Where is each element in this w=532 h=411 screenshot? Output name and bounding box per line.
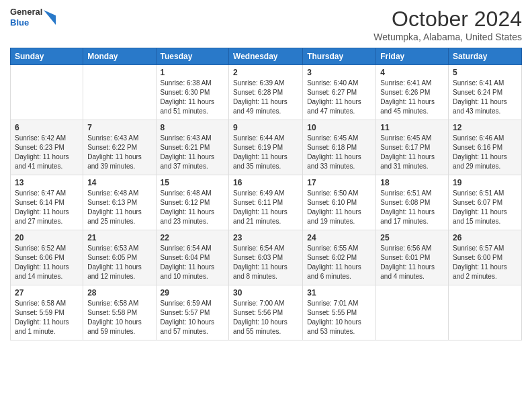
day-info: Sunrise: 6:38 AMSunset: 6:30 PMDaylight:… (161, 79, 225, 116)
day-info: Sunrise: 6:44 AMSunset: 6:19 PMDaylight:… (233, 134, 298, 171)
header: General Blue October 2024 Wetumpka, Alab… (10, 7, 522, 42)
day-info: Sunrise: 6:41 AMSunset: 6:26 PMDaylight:… (380, 79, 444, 116)
day-number: 12 (453, 123, 517, 132)
day-info: Sunrise: 6:51 AMSunset: 6:07 PMDaylight:… (453, 189, 517, 226)
day-cell: 18Sunrise: 6:51 AMSunset: 6:08 PMDayligh… (376, 175, 449, 230)
day-number: 3 (307, 68, 371, 77)
day-number: 27 (15, 288, 79, 298)
day-cell: 26Sunrise: 6:57 AMSunset: 6:00 PMDayligh… (449, 230, 522, 285)
svg-marker-0 (44, 10, 56, 25)
day-cell: 6Sunrise: 6:42 AMSunset: 6:23 PMDaylight… (11, 120, 83, 175)
weekday-header-row: SundayMondayTuesdayWednesdayThursdayFrid… (11, 48, 522, 65)
day-info: Sunrise: 6:43 AMSunset: 6:21 PMDaylight:… (161, 134, 225, 171)
day-cell: 20Sunrise: 6:52 AMSunset: 6:06 PMDayligh… (11, 230, 83, 285)
day-info: Sunrise: 6:40 AMSunset: 6:27 PMDaylight:… (307, 79, 371, 116)
day-cell: 3Sunrise: 6:40 AMSunset: 6:27 PMDaylight… (303, 65, 376, 120)
day-cell: 27Sunrise: 6:58 AMSunset: 5:59 PMDayligh… (11, 285, 83, 340)
day-cell: 21Sunrise: 6:53 AMSunset: 6:05 PMDayligh… (83, 230, 156, 285)
weekday-header-saturday: Saturday (449, 48, 522, 65)
day-cell: 14Sunrise: 6:48 AMSunset: 6:13 PMDayligh… (83, 175, 156, 230)
day-cell: 28Sunrise: 6:58 AMSunset: 5:58 PMDayligh… (83, 285, 156, 340)
day-number: 6 (15, 123, 79, 132)
day-cell: 13Sunrise: 6:47 AMSunset: 6:14 PMDayligh… (11, 175, 83, 230)
day-cell: 23Sunrise: 6:54 AMSunset: 6:03 PMDayligh… (229, 230, 303, 285)
week-row-1: 1Sunrise: 6:38 AMSunset: 6:30 PMDaylight… (11, 65, 522, 120)
day-cell: 2Sunrise: 6:39 AMSunset: 6:28 PMDaylight… (229, 65, 303, 120)
day-number: 9 (233, 123, 298, 132)
day-info: Sunrise: 6:50 AMSunset: 6:10 PMDaylight:… (307, 189, 371, 226)
day-number: 1 (161, 68, 225, 77)
logo-general-text: General (10, 7, 42, 17)
weekday-header-sunday: Sunday (11, 48, 83, 65)
day-cell: 19Sunrise: 6:51 AMSunset: 6:07 PMDayligh… (449, 175, 522, 230)
day-cell: 10Sunrise: 6:45 AMSunset: 6:18 PMDayligh… (303, 120, 376, 175)
day-info: Sunrise: 6:54 AMSunset: 6:04 PMDaylight:… (161, 244, 225, 281)
day-number: 31 (307, 288, 371, 298)
week-row-4: 20Sunrise: 6:52 AMSunset: 6:06 PMDayligh… (11, 230, 522, 285)
day-number: 21 (87, 233, 151, 242)
day-cell: 12Sunrise: 6:46 AMSunset: 6:16 PMDayligh… (449, 120, 522, 175)
day-info: Sunrise: 6:53 AMSunset: 6:05 PMDaylight:… (87, 244, 151, 281)
weekday-header-monday: Monday (83, 48, 156, 65)
day-number: 18 (380, 178, 444, 187)
day-number: 25 (380, 233, 444, 242)
day-cell: 1Sunrise: 6:38 AMSunset: 6:30 PMDaylight… (156, 65, 229, 120)
day-info: Sunrise: 6:42 AMSunset: 6:23 PMDaylight:… (15, 134, 79, 171)
day-cell: 22Sunrise: 6:54 AMSunset: 6:04 PMDayligh… (156, 230, 229, 285)
day-number: 11 (380, 123, 444, 132)
calendar-page: General Blue October 2024 Wetumpka, Alab… (0, 0, 532, 411)
day-info: Sunrise: 6:55 AMSunset: 6:02 PMDaylight:… (307, 244, 371, 281)
day-info: Sunrise: 6:57 AMSunset: 6:00 PMDaylight:… (453, 244, 517, 281)
location: Wetumpka, Alabama, United States (373, 32, 522, 42)
week-row-3: 13Sunrise: 6:47 AMSunset: 6:14 PMDayligh… (11, 175, 522, 230)
day-number: 23 (233, 233, 298, 242)
day-info: Sunrise: 6:41 AMSunset: 6:24 PMDaylight:… (453, 79, 517, 116)
day-cell: 17Sunrise: 6:50 AMSunset: 6:10 PMDayligh… (303, 175, 376, 230)
day-cell: 15Sunrise: 6:48 AMSunset: 6:12 PMDayligh… (156, 175, 229, 230)
day-number: 2 (233, 68, 298, 77)
day-info: Sunrise: 6:47 AMSunset: 6:14 PMDaylight:… (15, 189, 79, 226)
day-info: Sunrise: 6:51 AMSunset: 6:08 PMDaylight:… (380, 189, 444, 226)
day-cell (11, 65, 83, 120)
day-number: 16 (233, 178, 298, 187)
day-info: Sunrise: 6:49 AMSunset: 6:11 PMDaylight:… (233, 189, 298, 226)
day-info: Sunrise: 6:43 AMSunset: 6:22 PMDaylight:… (87, 134, 151, 171)
day-cell: 29Sunrise: 6:59 AMSunset: 5:57 PMDayligh… (156, 285, 229, 340)
weekday-header-thursday: Thursday (303, 48, 376, 65)
logo-blue-text: Blue (10, 17, 42, 28)
day-cell: 24Sunrise: 6:55 AMSunset: 6:02 PMDayligh… (303, 230, 376, 285)
day-number: 4 (380, 68, 444, 77)
title-section: October 2024 Wetumpka, Alabama, United S… (373, 7, 522, 42)
day-number: 26 (453, 233, 517, 242)
day-info: Sunrise: 7:00 AMSunset: 5:56 PMDaylight:… (233, 299, 298, 336)
day-cell (83, 65, 156, 120)
logo-icon (44, 10, 56, 25)
week-row-2: 6Sunrise: 6:42 AMSunset: 6:23 PMDaylight… (11, 120, 522, 175)
weekday-header-friday: Friday (376, 48, 449, 65)
day-info: Sunrise: 6:58 AMSunset: 5:59 PMDaylight:… (15, 299, 79, 336)
day-info: Sunrise: 6:39 AMSunset: 6:28 PMDaylight:… (233, 79, 298, 116)
day-number: 14 (87, 178, 151, 187)
day-cell: 31Sunrise: 7:01 AMSunset: 5:55 PMDayligh… (303, 285, 376, 340)
day-info: Sunrise: 6:45 AMSunset: 6:17 PMDaylight:… (380, 134, 444, 171)
day-number: 8 (161, 123, 225, 132)
day-info: Sunrise: 6:46 AMSunset: 6:16 PMDaylight:… (453, 134, 517, 171)
day-number: 29 (161, 288, 225, 298)
day-info: Sunrise: 6:45 AMSunset: 6:18 PMDaylight:… (307, 134, 371, 171)
day-number: 19 (453, 178, 517, 187)
day-cell: 5Sunrise: 6:41 AMSunset: 6:24 PMDaylight… (449, 65, 522, 120)
day-cell: 7Sunrise: 6:43 AMSunset: 6:22 PMDaylight… (83, 120, 156, 175)
day-cell: 4Sunrise: 6:41 AMSunset: 6:26 PMDaylight… (376, 65, 449, 120)
calendar-table: SundayMondayTuesdayWednesdayThursdayFrid… (10, 48, 522, 340)
day-info: Sunrise: 6:56 AMSunset: 6:01 PMDaylight:… (380, 244, 444, 281)
day-number: 13 (15, 178, 79, 187)
month-title: October 2024 (373, 7, 522, 32)
day-info: Sunrise: 6:59 AMSunset: 5:57 PMDaylight:… (161, 299, 225, 336)
day-cell: 25Sunrise: 6:56 AMSunset: 6:01 PMDayligh… (376, 230, 449, 285)
day-number: 15 (161, 178, 225, 187)
weekday-header-tuesday: Tuesday (156, 48, 229, 65)
day-info: Sunrise: 6:54 AMSunset: 6:03 PMDaylight:… (233, 244, 298, 281)
day-number: 20 (15, 233, 79, 242)
week-row-5: 27Sunrise: 6:58 AMSunset: 5:59 PMDayligh… (11, 285, 522, 340)
day-info: Sunrise: 6:48 AMSunset: 6:13 PMDaylight:… (87, 189, 151, 226)
